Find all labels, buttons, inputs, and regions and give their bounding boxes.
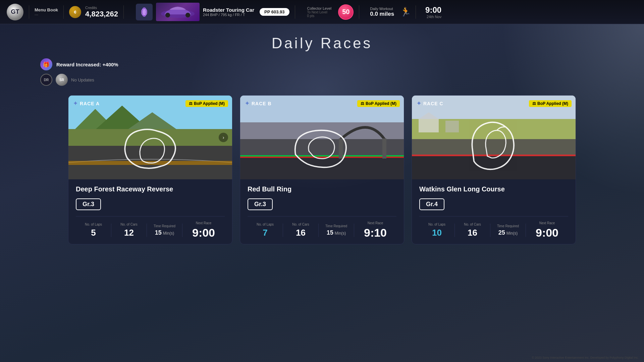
car-name: Roadster Touring Car	[203, 7, 254, 13]
divider-2	[63, 5, 64, 19]
car-details: Roadster Touring Car 244 BHP / 795 kg / …	[203, 7, 254, 17]
race-b-next-race-section: Next Race 9:10	[354, 221, 396, 239]
race-a-time-group: Time Required 15 Min(s)	[147, 224, 182, 236]
race-c-laps-label: No. of Laps	[428, 223, 445, 226]
divider-3	[123, 5, 124, 19]
race-a-cars-value: 12	[124, 228, 134, 238]
car-thumbnail	[156, 3, 200, 21]
race-c-next-race-label: Next Race	[539, 221, 555, 225]
race-a-laps-value: 5	[91, 228, 96, 238]
car-shape-svg	[158, 4, 198, 20]
car-section: Roadster Touring Car 244 BHP / 795 kg / …	[136, 3, 254, 21]
daily-workout-label: Daily Workout	[370, 7, 394, 11]
svg-rect-26	[419, 119, 439, 132]
divider-4	[295, 5, 295, 19]
race-a-label: ✦ RACE A	[73, 100, 100, 107]
race-a-track-name: Deep Forest Raceway Reverse	[76, 185, 225, 193]
race-c-label-text: RACE C	[423, 101, 443, 106]
collector-sub-label: To Next Level	[307, 10, 332, 14]
main-content: Daily Races 🎁 Reward Increased: +400% DR…	[0, 24, 644, 362]
svg-point-5	[185, 13, 190, 17]
race-a-bop-text: BoP Applied (M)	[194, 101, 225, 106]
race-a-chevron[interactable]: ›	[219, 133, 228, 142]
reward-icon: 🎁	[40, 58, 52, 70]
race-a-stats: No. of Laps 5 No. of Cars 12 Time Requir…	[76, 216, 225, 244]
race-b-label: ✦ RACE B	[245, 100, 272, 107]
car-topdown-icon	[138, 6, 150, 18]
workout-runner-icon: 🏃	[401, 5, 410, 19]
race-c-cars-group: No. of Cars 16	[455, 223, 490, 238]
race-c-cars-value: 16	[468, 228, 477, 238]
race-c-bop-badge: ⚖ BoP Applied (M)	[529, 100, 572, 107]
race-b-bop-badge: ⚖ BoP Applied (M)	[357, 100, 400, 107]
bop-b-scale-icon: ⚖	[361, 101, 364, 106]
race-a-image: ✦ RACE A ⚖ BoP Applied (M) ›	[68, 96, 232, 179]
svg-rect-20	[382, 138, 386, 159]
race-b-time-unit: Min(s)	[335, 231, 346, 236]
race-b-bop-text: BoP Applied (M)	[366, 101, 396, 106]
races-grid: ✦ RACE A ⚖ BoP Applied (M) › Deep Forest…	[0, 95, 644, 244]
race-c-bop-text: BoP Applied (M)	[537, 101, 568, 106]
race-c-track-map	[464, 118, 524, 173]
race-b-laps-group: No. of Laps 7	[248, 223, 283, 238]
reward-text: Reward Increased: +400%	[56, 62, 118, 67]
race-a-next-race-label: Next Race	[196, 221, 212, 225]
race-c-image: ✦ RACE C ⚖ BoP Applied (M)	[412, 96, 576, 179]
race-b-label-text: RACE B	[252, 101, 272, 106]
race-b-laps-value: 7	[263, 228, 267, 238]
daily-workout-section: Daily Workout 0.0 miles 🏃	[365, 5, 410, 19]
race-card-b[interactable]: ✦ RACE B ⚖ BoP Applied (M) Red Bull Ring…	[240, 95, 404, 244]
race-a-time-unit: Min(s)	[163, 231, 174, 236]
race-c-class-badge: Gr.4	[419, 198, 444, 210]
race-c-time-label: Time Required	[497, 224, 519, 228]
race-a-body: Deep Forest Raceway Reverse Gr.3 No. of …	[68, 179, 232, 244]
race-card-a[interactable]: ✦ RACE A ⚖ BoP Applied (M) › Deep Forest…	[68, 95, 232, 244]
race-c-time-group: Time Required 25 Min(s)	[490, 224, 526, 236]
updates-bar: DR SR No Updates	[0, 74, 644, 86]
race-b-time-label: Time Required	[325, 224, 347, 228]
copyright-text: © 2023 Sony Interactive Entertainment In…	[532, 356, 639, 359]
header: GT Menu Book --- ¢ Credits 4,823,262	[0, 0, 644, 24]
race-a-time-label: Time Required	[154, 224, 175, 228]
credits-label: Credits	[85, 6, 118, 10]
race-b-cars-group: No. of Cars 16	[283, 223, 318, 238]
race-c-next-race-time: 9:00	[536, 226, 558, 239]
pp-badge: PP 603.93	[260, 8, 289, 16]
race-b-image: ✦ RACE B ⚖ BoP Applied (M)	[240, 96, 404, 179]
race-c-time-unit: Min(s)	[506, 231, 518, 236]
race-a-time-value: 15	[155, 229, 162, 236]
sr-badge: SR	[56, 74, 68, 86]
car-icon-wrapper	[136, 4, 153, 20]
svg-point-1	[143, 9, 146, 15]
race-a-next-race-section: Next Race 9:00	[182, 221, 225, 239]
race-a-next-race-time: 9:00	[192, 226, 215, 239]
race-c-stats: No. of Laps 10 No. of Cars 16 Time Requi…	[419, 216, 568, 244]
gt-logo: GT	[7, 4, 23, 20]
credits-value: 4,823,262	[85, 10, 118, 18]
menu-book-section: Menu Book ---	[35, 7, 58, 16]
race-c-track-name: Watkins Glen Long Course	[419, 185, 568, 193]
race-a-label-text: RACE A	[80, 101, 100, 106]
race-b-cars-value: 16	[296, 228, 306, 238]
race-b-track-name: Red Bull Ring	[248, 185, 396, 193]
race-b-next-race-label: Next Race	[368, 221, 383, 225]
credits-coin-icon: ¢	[69, 6, 81, 18]
time-section: 9:00 24th Nov	[425, 5, 441, 19]
race-b-cars-label: No. of Cars	[292, 223, 309, 226]
race-c-cross-icon: ✦	[417, 100, 421, 107]
race-b-next-race-time: 9:10	[364, 226, 387, 239]
race-b-track-map	[289, 124, 356, 173]
race-card-c[interactable]: ✦ RACE C ⚖ BoP Applied (M) Watkins Glen …	[412, 95, 576, 244]
daily-workout-value: 0.0 miles	[370, 11, 394, 17]
race-a-cars-group: No. of Cars 12	[111, 223, 147, 238]
svg-rect-28	[445, 121, 459, 132]
race-a-track-map	[117, 124, 184, 173]
race-c-laps-value: 10	[432, 228, 442, 238]
race-a-cross-icon: ✦	[73, 100, 78, 107]
race-c-time-value: 25	[498, 229, 505, 236]
race-b-body: Red Bull Ring Gr.3 No. of Laps 7 No. of …	[240, 179, 404, 244]
race-c-laps-group: No. of Laps 10	[419, 223, 454, 238]
divider-5	[359, 5, 359, 19]
collector-section: Collector Level To Next Level 0 pts 50	[301, 4, 354, 20]
race-b-cross-icon: ✦	[245, 100, 250, 107]
